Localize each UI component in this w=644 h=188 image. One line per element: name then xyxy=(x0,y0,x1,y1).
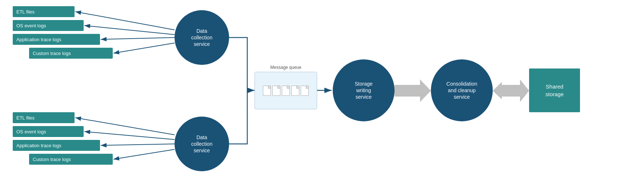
storage-writing-circle: Storage writing service xyxy=(333,59,395,121)
svg-line-7 xyxy=(84,132,175,140)
svg-line-3 xyxy=(84,26,175,35)
svg-line-8 xyxy=(101,144,175,145)
bot-os-box: OS event logs xyxy=(13,126,84,137)
page-icon-4 xyxy=(291,86,299,96)
shared-storage-box: Shared storage xyxy=(529,68,580,112)
bot-app-box: Application trace logs xyxy=(13,140,100,151)
svg-marker-13 xyxy=(493,82,520,99)
top-app-box: Application trace logs xyxy=(13,34,100,45)
consolidation-circle: Consolidation and cleanup service xyxy=(431,59,493,121)
svg-line-5 xyxy=(113,43,175,53)
top-custom-box: Custom trace logs xyxy=(29,48,113,59)
page-icon-3 xyxy=(282,86,290,96)
top-os-box: OS event logs xyxy=(13,20,84,31)
arrow-storage-to-consolidation xyxy=(395,79,431,102)
bot-data-collection-circle: Data collection service xyxy=(175,117,229,171)
svg-line-9 xyxy=(113,149,175,159)
page-icon-1 xyxy=(263,86,271,96)
svg-line-2 xyxy=(75,12,175,30)
page-icon-2 xyxy=(272,86,280,96)
svg-marker-11 xyxy=(395,79,431,102)
message-queue-pages xyxy=(260,72,312,109)
top-etl-box: ETL files xyxy=(13,6,75,17)
architecture-diagram: ETL files OS event logs Application trac… xyxy=(0,0,644,188)
bot-custom-box: Custom trace logs xyxy=(29,154,113,165)
page-icon-5 xyxy=(301,86,309,96)
message-queue-box: Message queue xyxy=(255,72,317,109)
top-data-collection-circle: Data collection service xyxy=(175,10,229,65)
arrow-consolidation-to-storage xyxy=(493,79,529,102)
svg-line-6 xyxy=(75,118,175,135)
svg-line-4 xyxy=(101,38,175,39)
bot-etl-box: ETL files xyxy=(13,112,75,123)
message-queue-label: Message queue xyxy=(255,65,317,70)
